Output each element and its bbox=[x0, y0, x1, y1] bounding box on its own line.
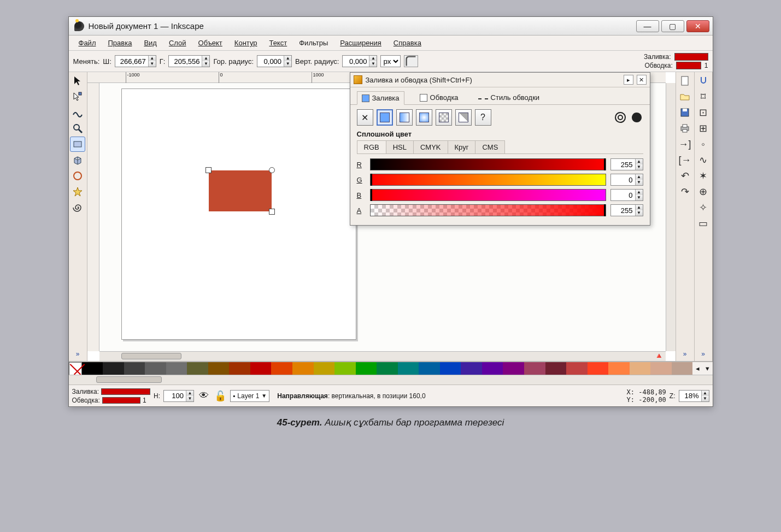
menu-help[interactable]: Справка bbox=[388, 38, 427, 48]
r-value[interactable]: ▲▼ bbox=[610, 158, 643, 170]
import-button[interactable]: →] bbox=[677, 137, 692, 152]
palette-swatch[interactable] bbox=[461, 362, 482, 375]
visibility-toggle[interactable]: 👁 bbox=[197, 389, 210, 403]
b-value[interactable]: ▲▼ bbox=[610, 189, 643, 201]
color-tab-cms[interactable]: CMS bbox=[475, 140, 505, 153]
bottom-scrollbar[interactable] bbox=[69, 375, 713, 385]
a-slider[interactable] bbox=[370, 204, 606, 216]
palette-swatch[interactable] bbox=[503, 362, 524, 375]
paint-flat-button[interactable] bbox=[377, 109, 393, 126]
palette-swatch[interactable] bbox=[440, 362, 461, 375]
tab-stroke-paint[interactable]: Обводка bbox=[415, 91, 463, 104]
paint-none-button[interactable]: ✕ bbox=[357, 109, 373, 126]
fillrule-evenodd-button[interactable] bbox=[614, 111, 627, 124]
color-tab-rgb[interactable]: RGB bbox=[357, 140, 386, 153]
cmdbar-more[interactable]: » bbox=[683, 350, 687, 360]
paint-pattern-button[interactable] bbox=[436, 109, 452, 126]
palette-swatch[interactable] bbox=[588, 362, 609, 375]
paint-radial-button[interactable] bbox=[416, 109, 432, 126]
vertical-ruler[interactable] bbox=[87, 83, 99, 351]
r-slider[interactable] bbox=[370, 158, 606, 170]
opt-stroke-swatch[interactable] bbox=[676, 62, 701, 69]
g-slider[interactable] bbox=[370, 174, 606, 186]
snap-rotation-button[interactable]: ✧ bbox=[696, 200, 711, 215]
snap-bbox-edge-button[interactable]: ⊡ bbox=[696, 105, 711, 120]
menu-file[interactable]: Файл bbox=[73, 38, 102, 48]
palette-swatch[interactable] bbox=[524, 362, 545, 375]
ry-spinner[interactable]: ▲▼ bbox=[342, 55, 377, 67]
menu-edit[interactable]: Правка bbox=[102, 38, 137, 48]
snap-enable-button[interactable] bbox=[696, 73, 711, 88]
save-button[interactable] bbox=[677, 105, 692, 120]
resize-handle[interactable] bbox=[269, 209, 275, 215]
layer-selector[interactable]: ▪Layer 1▼ bbox=[230, 390, 269, 402]
palette-swatch[interactable] bbox=[482, 362, 503, 375]
selector-tool[interactable] bbox=[70, 73, 85, 88]
color-tab-cmyk[interactable]: CMYK bbox=[413, 140, 448, 153]
palette-swatch[interactable] bbox=[608, 362, 630, 375]
open-button[interactable] bbox=[677, 89, 692, 104]
status-fill-swatch[interactable] bbox=[101, 388, 150, 395]
palette-swatch[interactable] bbox=[124, 362, 145, 375]
palette-swatch[interactable] bbox=[566, 362, 588, 375]
palette-swatch[interactable] bbox=[545, 362, 567, 375]
dialog-titlebar[interactable]: Заливка и обводка (Shift+Ctrl+F) ▸ ✕ bbox=[350, 73, 650, 87]
palette-swatch[interactable] bbox=[208, 362, 230, 375]
redo-button[interactable]: ↷ bbox=[677, 184, 692, 199]
export-button[interactable]: [→ bbox=[677, 152, 692, 168]
palette-swatch[interactable] bbox=[166, 362, 187, 375]
menu-filters[interactable]: Фильтры bbox=[293, 38, 333, 48]
rx-spinner[interactable]: ▲▼ bbox=[257, 55, 292, 67]
menu-extensions[interactable]: Расширения bbox=[334, 38, 387, 48]
width-spinner[interactable]: ▲▼ bbox=[115, 55, 156, 67]
star-tool[interactable] bbox=[70, 184, 85, 199]
node-tool[interactable] bbox=[70, 89, 85, 104]
tweak-tool[interactable] bbox=[70, 105, 85, 120]
reset-corners-button[interactable] bbox=[404, 55, 418, 67]
palette-swatch[interactable] bbox=[103, 362, 124, 375]
close-button[interactable]: ✕ bbox=[686, 20, 709, 32]
palette-swatch[interactable] bbox=[377, 362, 398, 375]
undo-button[interactable]: ↶ bbox=[677, 168, 692, 184]
menu-text[interactable]: Текст bbox=[264, 38, 293, 48]
print-button[interactable] bbox=[677, 121, 692, 136]
canvas-v-scrollbar[interactable] bbox=[666, 83, 676, 351]
canvas-h-scrollbar[interactable] bbox=[99, 351, 666, 361]
palette-swatch[interactable] bbox=[650, 362, 672, 375]
snap-page-button[interactable]: ▭ bbox=[696, 216, 711, 231]
3dbox-tool[interactable] bbox=[70, 152, 85, 168]
color-triangle-icon[interactable]: 🔺 bbox=[654, 351, 663, 360]
spiral-tool[interactable] bbox=[70, 200, 85, 215]
snap-intersection-button[interactable]: ✶ bbox=[696, 168, 711, 184]
snap-node-button[interactable]: ◦ bbox=[696, 137, 711, 152]
color-tab-hsl[interactable]: HSL bbox=[386, 140, 414, 153]
menu-layer[interactable]: Слой bbox=[163, 38, 192, 48]
snapbar-more[interactable]: » bbox=[701, 350, 705, 360]
palette-none[interactable] bbox=[69, 362, 82, 375]
tab-stroke-style[interactable]: Стиль обводки bbox=[474, 91, 544, 104]
b-slider[interactable] bbox=[370, 189, 606, 201]
palette-swatch[interactable] bbox=[314, 362, 335, 375]
menu-view[interactable]: Вид bbox=[138, 38, 162, 48]
dialog-detach-button[interactable]: ▸ bbox=[624, 75, 633, 85]
snap-bbox-corner-button[interactable]: ⊞ bbox=[696, 121, 711, 136]
paint-unknown-button[interactable]: ? bbox=[475, 109, 491, 126]
status-stroke-swatch[interactable] bbox=[102, 397, 140, 404]
fillrule-nonzero-button[interactable] bbox=[630, 111, 643, 124]
toolbox-more[interactable]: » bbox=[76, 350, 80, 360]
palette-swatch[interactable] bbox=[292, 362, 314, 375]
palette-swatch[interactable] bbox=[145, 362, 166, 375]
minimize-button[interactable]: — bbox=[636, 20, 659, 32]
snap-bbox-button[interactable]: ⌑ bbox=[696, 89, 711, 104]
selected-rectangle[interactable] bbox=[209, 170, 272, 211]
palette-swatch[interactable] bbox=[398, 362, 419, 375]
tab-fill[interactable]: Заливка bbox=[357, 91, 404, 105]
lock-toggle[interactable]: 🔓 bbox=[214, 389, 227, 403]
zoom-tool[interactable] bbox=[70, 121, 85, 136]
corner-radius-handle[interactable] bbox=[269, 167, 275, 173]
ellipse-tool[interactable] bbox=[70, 168, 85, 184]
palette-swatch[interactable] bbox=[229, 362, 250, 375]
palette-swatch[interactable] bbox=[334, 362, 356, 375]
paint-swatch-button[interactable] bbox=[455, 109, 472, 126]
height-spinner[interactable]: ▲▼ bbox=[168, 55, 210, 67]
